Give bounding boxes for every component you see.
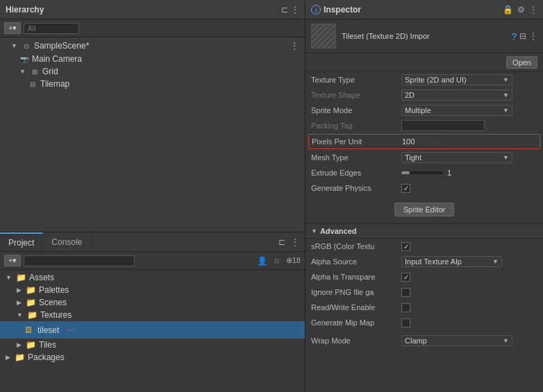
read-write-checkbox[interactable] [401, 303, 410, 312]
grid-icon: ⊞ [30, 67, 40, 76]
project-item-packages[interactable]: ▶ 📁 Packages [0, 351, 305, 364]
advanced-section-toggle[interactable]: ▼ Advanced [306, 223, 543, 239]
grid-expand-triangle: ▼ [19, 68, 26, 75]
assets-label: Assets [29, 273, 54, 282]
tab-project[interactable]: Project [0, 232, 43, 251]
sprite-mode-dropdown[interactable]: Multiple ▼ [401, 105, 512, 116]
ignore-png-checkbox[interactable] [401, 288, 410, 297]
project-item-palettes[interactable]: ▶ 📁 Palettes [0, 284, 305, 296]
scene-kebab-icon[interactable]: ⋮ [290, 40, 299, 51]
inspector-settings-icon[interactable]: ⚙ [517, 5, 525, 15]
project-count-badge: ⊕18 [286, 256, 301, 265]
srgb-checkbox[interactable] [401, 242, 410, 251]
wrap-mode-label: Wrap Mode [311, 336, 401, 345]
open-button[interactable]: Open [506, 56, 537, 69]
extrude-slider-container: 1 [401, 169, 451, 177]
mesh-type-dropdown-arrow: ▼ [503, 154, 509, 161]
project-item-assets[interactable]: ▼ 📁 Assets [0, 271, 305, 284]
hierarchy-search-input[interactable] [24, 23, 79, 34]
project-item-textures[interactable]: ▼ 📁 Textures [0, 309, 305, 321]
hierarchy-tree: ▼ ⊙ SampleScene* ⋮ 📷 Main Camera ▼ ⊞ Gri… [0, 37, 305, 92]
texture-shape-dropdown[interactable]: 2D ▼ [401, 90, 512, 101]
alpha-transparent-checkbox[interactable] [401, 273, 410, 282]
packages-label: Packages [28, 352, 65, 362]
hierarchy-item-tilemap[interactable]: ⊟ Tilemap [0, 78, 305, 90]
inspector-obj-info: Tileset (Texture 2D) Impor [342, 32, 506, 40]
read-write-value [401, 303, 537, 312]
project-item-tileset[interactable]: 🖼 tileset ← [0, 321, 305, 339]
project-item-scenes[interactable]: ▶ 📁 Scenes [0, 296, 305, 309]
inspector-obj-name: Tileset (Texture 2D) Impor [342, 32, 506, 40]
hierarchy-item-maincamera[interactable]: 📷 Main Camera [0, 53, 305, 65]
inspector-kebab-icon[interactable]: ⋮ [529, 5, 537, 15]
advanced-label: Advanced [320, 227, 357, 235]
project-toolbar: +▾ 👤 ☆ ⊕18 [0, 252, 305, 270]
texture-type-dropdown-arrow: ▼ [503, 76, 509, 83]
assets-folder-icon: 📁 [16, 273, 26, 282]
expand-triangle: ▼ [11, 42, 17, 49]
texture-type-dropdown[interactable]: Sprite (2D and UI) ▼ [401, 74, 512, 85]
texture-preview [311, 24, 336, 49]
extrude-slider-track[interactable] [401, 171, 443, 174]
alpha-source-dropdown-arrow: ▼ [492, 258, 499, 265]
ignore-png-row: Ignore PNG file ga [306, 284, 543, 300]
generate-mip-checkbox[interactable] [401, 318, 410, 327]
packing-tag-label: Packing Tag [311, 121, 401, 130]
mesh-type-dropdown-label: Tight [405, 153, 421, 162]
sprite-editor-button[interactable]: Sprite Editor [394, 203, 455, 216]
mesh-type-dropdown[interactable]: Tight ▼ [401, 152, 512, 163]
kebab-menu-icon[interactable]: ⋮ [291, 5, 299, 15]
wrap-mode-value: Clamp ▼ [401, 335, 537, 346]
palettes-triangle: ▶ [17, 287, 22, 293]
project-item-tiles[interactable]: ▶ 📁 Tiles [0, 339, 305, 351]
textures-triangle: ▼ [17, 312, 23, 318]
assets-triangle: ▼ [6, 274, 12, 281]
extrude-slider-value: 1 [447, 169, 451, 177]
packing-tag-input[interactable] [401, 120, 485, 131]
palettes-label: Palettes [39, 285, 69, 295]
hierarchy-header: Hierarchy ⊏ ⋮ [0, 0, 305, 19]
sprite-editor-row: Sprite Editor [306, 196, 543, 223]
scenes-triangle: ▶ [17, 299, 22, 306]
srgb-label: sRGB (Color Textu [311, 242, 401, 250]
hierarchy-icons: ⊏ ⋮ [281, 5, 299, 15]
project-add-button[interactable]: +▾ [4, 255, 21, 266]
pixels-per-unit-input[interactable] [402, 137, 444, 146]
scenes-folder-icon: 📁 [26, 298, 36, 307]
alpha-source-dropdown[interactable]: Input Texture Alp ▼ [401, 256, 502, 267]
tab-row: Project Console ⊏ ⋮ [0, 232, 305, 252]
hierarchy-add-button[interactable]: +▾ [4, 22, 21, 34]
hierarchy-item-grid[interactable]: ▼ ⊞ Grid [0, 65, 305, 78]
extrude-edges-label: Extrude Edges [311, 169, 401, 177]
sprite-mode-row: Sprite Mode Multiple ▼ [306, 103, 543, 118]
project-search-input[interactable] [24, 255, 135, 266]
tileset-label: tileset [37, 325, 59, 335]
inspector-more-icon: ⋮ [529, 31, 537, 41]
packages-triangle: ▶ [6, 354, 10, 361]
read-write-row: Read/Write Enable [306, 300, 543, 315]
project-panel-icons: ⊏ ⋮ [278, 237, 305, 247]
bottom-left-panel: Project Console ⊏ ⋮ +▾ 👤 ☆ ⊕18 ▼ 📁 [0, 232, 305, 392]
scene-label: SampleScene* [34, 41, 89, 51]
inspector-lock-icon[interactable]: 🔒 [503, 5, 513, 15]
inspector-layout-icon: ⊟ [519, 31, 526, 41]
wrap-mode-row: Wrap Mode Clamp ▼ [306, 333, 543, 348]
generate-physics-checkbox[interactable] [401, 184, 410, 193]
inspector-info-icon: i [311, 5, 321, 15]
tab-console[interactable]: Console [43, 232, 91, 251]
inspector-open-row: Open [306, 53, 543, 72]
ignore-png-value [401, 288, 537, 297]
inspector-help-icon: ? [512, 31, 517, 42]
tileset-arrow-icon: ← [65, 323, 77, 337]
wrap-mode-dropdown[interactable]: Clamp ▼ [401, 335, 512, 346]
textures-folder-icon: 📁 [27, 310, 37, 320]
alpha-transparent-row: Alpha Is Transpare [306, 269, 543, 284]
alpha-source-dropdown-label: Input Texture Alp [405, 257, 462, 266]
kebab-menu-icon2[interactable]: ⋮ [291, 237, 299, 247]
texture-type-dropdown-label: Sprite (2D and UI) [405, 76, 467, 84]
hierarchy-item-samplescene[interactable]: ▼ ⊙ SampleScene* ⋮ [0, 39, 305, 53]
tileset-texture-icon: 🖼 [25, 326, 32, 334]
alpha-source-row: Alpha Source Input Texture Alp ▼ [306, 254, 543, 269]
generate-physics-label: Generate Physics [311, 184, 401, 192]
wrap-mode-dropdown-arrow: ▼ [503, 337, 509, 344]
